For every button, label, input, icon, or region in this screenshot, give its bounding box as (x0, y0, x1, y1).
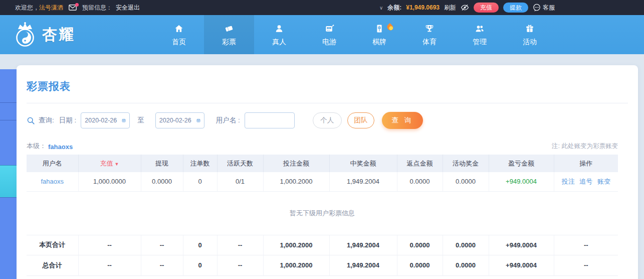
nav-item-sports[interactable]: 体育 (404, 15, 455, 54)
calendar-icon (196, 116, 200, 124)
brand-logo[interactable]: 杏耀 (0, 15, 154, 54)
team-filter-button[interactable]: 团队 (347, 112, 374, 128)
col-header-deposit-sortable[interactable]: 充值▼ (78, 155, 141, 172)
cell-profit: +949.0004 (489, 172, 554, 191)
withdraw-button[interactable]: 提款 (503, 3, 528, 13)
lottery-ticket-icon (224, 23, 235, 34)
cell-actions: 投注 追号 账变 (554, 172, 618, 191)
grand-total-profit: +949.0004 (489, 255, 554, 275)
logout-link[interactable]: 安全退出 (116, 4, 140, 12)
live-person-icon (274, 23, 284, 34)
personal-filter-button[interactable]: 个人 (313, 112, 342, 128)
date-from-input[interactable] (85, 117, 120, 124)
empty-message-row: 暂无下级用户彩票信息 (27, 191, 618, 235)
page-total-row: 本页合计 -- -- 0 -- 1,000.2000 1,949.2004 0.… (27, 235, 618, 255)
table-row-user: fahaoxs 1,000.0000 0.0000 0 0/1 1,000.20… (27, 172, 618, 191)
trophy-icon (424, 23, 435, 34)
date-from-picker[interactable] (81, 112, 130, 128)
cell-active-days: 0/1 (217, 172, 263, 191)
main-navbar: 杏耀 首页 彩票 真人 电游 棋牌 体育 (0, 15, 644, 54)
nav-label: 首页 (172, 38, 186, 47)
lottery-report-table: 用户名 充值▼ 提现 注单数 活跃天数 投注金额 中奖金额 返点金额 活动奖金 … (27, 155, 618, 276)
bets-link[interactable]: 投注 (562, 178, 575, 185)
grand-total-row: 总合计 -- -- 0 -- 1,000.2000 1,949.2004 0.0… (27, 255, 618, 275)
cell-rebate: 0.0000 (397, 172, 443, 191)
mail-icon[interactable] (69, 5, 77, 11)
date-range-to-label: 至 (137, 116, 144, 125)
col-header-win-amount: 中奖金额 (329, 155, 397, 172)
collapsed-sidebar (0, 69, 17, 279)
divider (27, 103, 628, 103)
date-to-input[interactable] (159, 117, 194, 124)
nav-item-manage[interactable]: 管理 (455, 15, 505, 54)
nav-label: 真人 (272, 38, 286, 47)
nav-label: 棋牌 (372, 38, 386, 47)
home-icon (174, 23, 184, 34)
username-label: 用户名 : (216, 116, 240, 125)
cell-bet-count: 0 (183, 172, 217, 191)
account-change-note: 注: 此处账变为彩票账变 (552, 142, 618, 151)
col-header-active-days: 活跃天数 (217, 155, 263, 172)
topbar-left: 欢迎您，法号潇洒 预留信息： 安全退出 (0, 4, 140, 12)
mahjong-tile-icon (374, 23, 384, 34)
report-card: 彩票报表 查询: 日期 : 至 用户名 : 个人 团队 查 询 (17, 65, 638, 279)
nav-item-promos[interactable]: 活动 (505, 15, 555, 54)
refresh-balance-link[interactable]: 刷新 (444, 4, 456, 12)
current-level-username[interactable]: fahaoxs (48, 143, 73, 151)
chase-link[interactable]: 追号 (579, 178, 592, 185)
nav-item-live[interactable]: 真人 (254, 15, 304, 54)
mail-notification-dot (75, 3, 79, 7)
col-header-username: 用户名 (27, 155, 78, 172)
page-total-label: 本页合计 (27, 235, 78, 255)
nav-item-home[interactable]: 首页 (154, 15, 204, 54)
hot-flame-icon (386, 23, 394, 32)
page-total-profit: +949.0004 (489, 235, 554, 255)
sidebar-menu-item[interactable] (0, 197, 17, 277)
nav-item-boardgames[interactable]: 棋牌 (354, 15, 404, 54)
row-username-link[interactable]: fahaoxs (41, 178, 64, 185)
sidebar-menu-item[interactable] (0, 102, 17, 120)
sidebar-menu-item[interactable] (0, 69, 17, 102)
slot-machine-icon (324, 23, 335, 34)
cell-bet-amount: 1,000.2000 (263, 172, 329, 191)
team-icon (474, 23, 485, 34)
username-input[interactable] (245, 112, 295, 128)
crown-badge-icon (12, 21, 38, 48)
col-header-withdraw: 提现 (141, 155, 183, 172)
sidebar-menu-item-active[interactable] (0, 165, 17, 197)
topbar: 欢迎您，法号潇洒 预留信息： 安全退出 ∨ 余额: ¥1,949.0693 刷新… (0, 0, 644, 15)
topbar-right: ∨ 余额: ¥1,949.0693 刷新 充值 提款 客服 (379, 3, 555, 13)
col-header-bet-count: 注单数 (183, 155, 217, 172)
eye-off-icon[interactable] (461, 4, 469, 11)
brand-name: 杏耀 (42, 25, 75, 45)
chevron-down-icon[interactable]: ∨ (379, 5, 383, 11)
reserved-info-label: 预留信息： (82, 4, 112, 12)
sidebar-menu-item[interactable] (0, 120, 17, 165)
cell-withdraw: 0.0000 (141, 172, 183, 191)
welcome-text: 欢迎您，法号潇洒 (15, 4, 63, 12)
nav-label: 电游 (322, 38, 336, 47)
customer-service-button[interactable]: 客服 (533, 4, 555, 12)
nav-item-egames[interactable]: 电游 (304, 15, 354, 54)
deposit-button[interactable]: 充值 (474, 3, 499, 13)
nav-label: 活动 (523, 38, 537, 47)
current-username: 法号潇洒 (39, 4, 63, 11)
chat-bubble-icon (533, 4, 541, 12)
query-label: 查询: (39, 116, 54, 125)
date-to-picker[interactable] (155, 112, 204, 128)
query-button[interactable]: 查 询 (382, 112, 423, 129)
col-header-bet-amount: 投注金额 (263, 155, 329, 172)
page-title: 彩票报表 (27, 79, 628, 93)
search-icon (27, 116, 35, 125)
balance-label: 余额: (387, 4, 401, 12)
level-row: 本级： fahaoxs 注: 此处账变为彩票账变 (27, 142, 618, 151)
col-header-profit: 盈亏金额 (489, 155, 554, 172)
col-header-activity-bonus: 活动奖金 (443, 155, 489, 172)
cell-activity-bonus: 0.0000 (443, 172, 489, 191)
col-header-actions: 操作 (554, 155, 618, 172)
nav-item-lottery[interactable]: 彩票 (204, 15, 254, 54)
account-change-link[interactable]: 账变 (597, 178, 610, 185)
col-header-rebate: 返点金额 (397, 155, 443, 172)
cell-win-amount: 1,949.2004 (329, 172, 397, 191)
date-label: 日期 : (59, 116, 77, 125)
